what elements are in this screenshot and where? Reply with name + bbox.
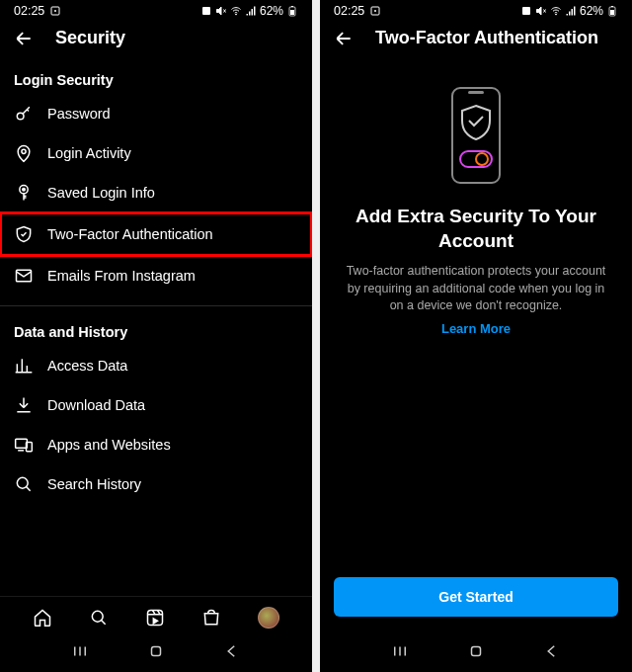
header: Two-Factor Authentication — [320, 20, 632, 58]
svg-rect-6 — [291, 6, 293, 7]
status-time: 02:25 — [334, 4, 364, 18]
nfc-icon — [200, 5, 212, 17]
item-label: Search History — [47, 476, 141, 492]
search-icon — [14, 474, 34, 494]
status-time: 02:25 — [14, 4, 44, 18]
signal-icon — [565, 5, 577, 17]
bottom-nav — [0, 596, 312, 632]
system-nav — [0, 632, 312, 672]
item-label: Login Activity — [47, 145, 131, 161]
item-label: Download Data — [47, 397, 145, 413]
section-data-history: Data and History — [0, 310, 312, 346]
page-title: Two-Factor Authentication — [375, 28, 598, 48]
svg-point-1 — [54, 10, 56, 12]
svg-rect-2 — [202, 7, 210, 15]
status-battery: 62% — [260, 4, 283, 18]
item-saved-login[interactable]: Saved Login Info — [0, 173, 312, 212]
wifi-icon — [550, 5, 562, 17]
svg-rect-26 — [468, 91, 484, 94]
section-login-security: Login Security — [0, 58, 312, 94]
battery-icon — [606, 5, 618, 17]
item-apps-websites[interactable]: Apps and Websites — [0, 425, 312, 464]
shield-check-icon — [14, 224, 34, 244]
bar-chart-icon — [14, 356, 34, 376]
tfa-description: Two-factor authentication protects your … — [342, 263, 610, 315]
battery-icon — [286, 5, 298, 17]
phone-two-factor: 02:25 62% Two-Factor Authentication Add … — [320, 0, 632, 672]
item-search-history[interactable]: Search History — [0, 464, 312, 504]
svg-rect-29 — [471, 647, 480, 656]
item-label: Password — [47, 106, 111, 122]
item-label: Apps and Websites — [47, 437, 171, 453]
key-icon — [14, 104, 34, 124]
svg-point-7 — [17, 113, 24, 120]
item-label: Saved Login Info — [47, 185, 155, 201]
nfc-icon — [520, 5, 532, 17]
svg-rect-25 — [452, 88, 500, 183]
signal-icon — [245, 5, 257, 17]
nav-reels-icon[interactable] — [145, 608, 165, 628]
item-access-data[interactable]: Access Data — [0, 346, 312, 385]
sys-recent-icon[interactable] — [391, 642, 409, 660]
key-lock-icon — [14, 183, 34, 203]
sys-recent-icon[interactable] — [71, 642, 89, 660]
status-bar: 02:25 62% — [0, 0, 312, 20]
tfa-content: Add Extra Security To Your Account Two-f… — [320, 58, 632, 577]
svg-rect-12 — [16, 439, 28, 448]
status-battery: 62% — [580, 4, 603, 18]
volume-off-icon — [215, 5, 227, 17]
sys-back-icon[interactable] — [223, 642, 241, 660]
nav-profile-avatar[interactable] — [258, 607, 279, 629]
sys-back-icon[interactable] — [543, 642, 561, 660]
download-icon — [14, 395, 34, 415]
svg-point-10 — [23, 188, 26, 191]
item-login-activity[interactable]: Login Activity — [0, 133, 312, 173]
nav-shop-icon[interactable] — [201, 608, 221, 628]
tfa-heading: Add Extra Security To Your Account — [342, 205, 610, 253]
svg-point-19 — [374, 10, 376, 12]
svg-rect-5 — [290, 10, 294, 15]
item-emails[interactable]: Emails From Instagram — [0, 256, 312, 295]
learn-more-link[interactable]: Learn More — [441, 321, 511, 336]
get-started-button[interactable]: Get Started — [334, 577, 618, 617]
item-label: Two-Factor Authentication — [47, 226, 213, 242]
sys-home-icon[interactable] — [467, 642, 485, 660]
page-title: Security — [55, 28, 125, 48]
svg-point-21 — [555, 14, 556, 15]
volume-off-icon — [535, 5, 547, 17]
header: Security — [0, 20, 312, 58]
nav-search-icon[interactable] — [89, 608, 109, 628]
back-icon[interactable] — [14, 29, 34, 48]
item-label: Access Data — [47, 358, 127, 374]
phone-security: 02:25 62% Security Login Security Passwo… — [0, 0, 312, 672]
screenshot-icon — [369, 5, 381, 17]
item-two-factor[interactable]: Two-Factor Authentication — [0, 212, 312, 256]
svg-point-3 — [235, 14, 236, 15]
item-download-data[interactable]: Download Data — [0, 385, 312, 425]
svg-rect-20 — [522, 7, 530, 15]
screenshot-icon — [49, 5, 61, 17]
svg-point-8 — [22, 149, 26, 153]
location-icon — [14, 143, 34, 163]
system-nav — [320, 632, 632, 672]
svg-rect-17 — [151, 647, 160, 656]
phone-shield-illustration — [444, 86, 508, 185]
item-label: Emails From Instagram — [47, 268, 196, 284]
svg-rect-24 — [611, 6, 613, 7]
wifi-icon — [230, 5, 242, 17]
svg-rect-23 — [610, 10, 614, 15]
status-bar: 02:25 62% — [320, 0, 632, 20]
back-icon[interactable] — [334, 29, 354, 48]
divider — [0, 305, 312, 306]
svg-point-28 — [476, 153, 488, 165]
nav-home-icon[interactable] — [33, 608, 52, 628]
devices-icon — [14, 435, 34, 455]
mail-icon — [14, 266, 34, 286]
sys-home-icon[interactable] — [147, 642, 165, 660]
item-password[interactable]: Password — [0, 94, 312, 133]
